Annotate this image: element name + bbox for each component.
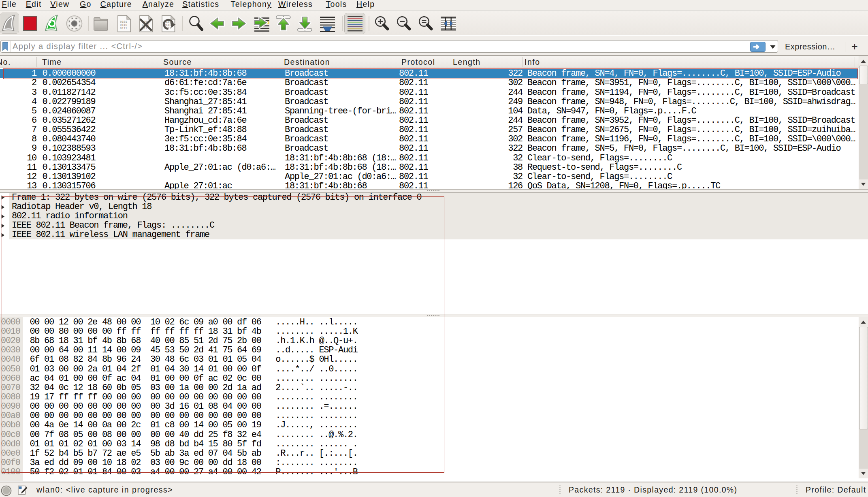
svg-text:0110: 0110	[120, 23, 128, 27]
svg-text:0111: 0111	[120, 27, 128, 30]
svg-text:0101: 0101	[120, 20, 128, 23]
